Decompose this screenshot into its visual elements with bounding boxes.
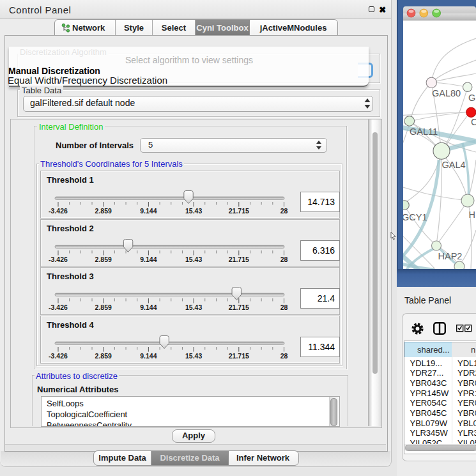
svg-text:C: C: [471, 117, 476, 127]
svg-text:GAL11: GAL11: [410, 127, 438, 137]
svg-text:28: 28: [280, 207, 288, 215]
svg-text:9.144: 9.144: [140, 255, 157, 263]
svg-text:-3.426: -3.426: [49, 351, 68, 359]
svg-text:15.43: 15.43: [185, 207, 202, 215]
svg-text:9.144: 9.144: [140, 207, 157, 215]
svg-text:G: G: [468, 93, 475, 103]
svg-text:21.715: 21.715: [229, 255, 249, 263]
svg-text:2.859: 2.859: [95, 207, 112, 215]
svg-text:28: 28: [280, 303, 288, 311]
svg-text:15.43: 15.43: [185, 303, 202, 311]
svg-text:GCY1: GCY1: [402, 212, 427, 222]
svg-text:GAL4: GAL4: [442, 160, 466, 170]
svg-text:21.715: 21.715: [229, 207, 249, 215]
svg-text:28: 28: [280, 255, 288, 263]
svg-text:HAP2: HAP2: [438, 251, 463, 261]
svg-text:15.43: 15.43: [185, 255, 202, 263]
svg-text:9.144: 9.144: [140, 351, 157, 359]
svg-text:-3.426: -3.426: [49, 303, 68, 311]
svg-text:2.859: 2.859: [95, 255, 112, 263]
svg-text:9.144: 9.144: [140, 303, 157, 311]
svg-text:GAL80: GAL80: [432, 88, 461, 98]
svg-text:-3.426: -3.426: [49, 207, 68, 215]
svg-text:15.43: 15.43: [185, 351, 202, 359]
svg-text:2.859: 2.859: [95, 351, 112, 359]
svg-text:H: H: [469, 210, 475, 220]
svg-text:2.859: 2.859: [95, 303, 112, 311]
svg-text:21.715: 21.715: [229, 303, 249, 311]
svg-text:21.715: 21.715: [229, 351, 249, 359]
svg-text:-3.426: -3.426: [49, 255, 68, 263]
svg-text:28: 28: [280, 351, 288, 359]
